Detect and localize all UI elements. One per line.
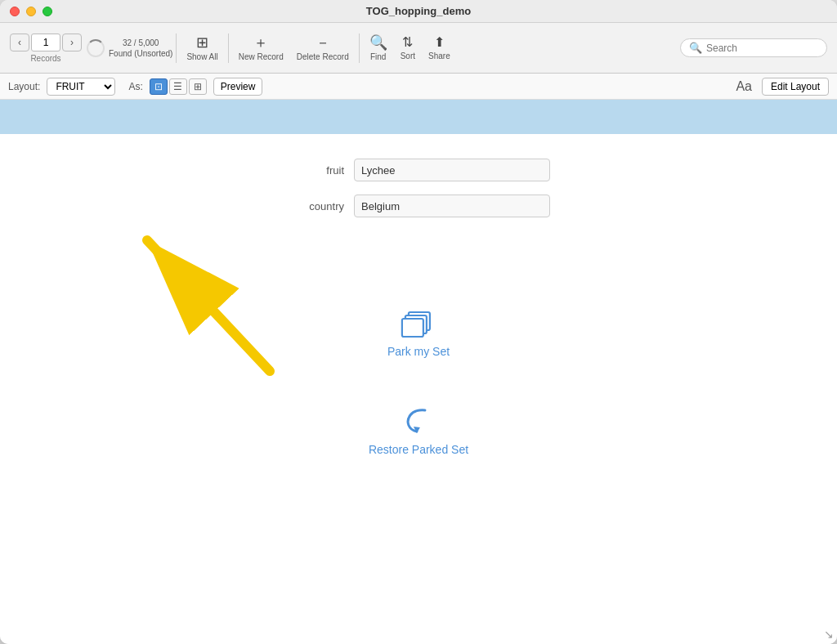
- show-all-label: Show All: [186, 52, 217, 61]
- view-as-label: As:: [128, 81, 142, 92]
- find-button[interactable]: 🔍 Find: [363, 32, 394, 65]
- spinner: [87, 39, 105, 57]
- search-input[interactable]: [706, 42, 818, 54]
- svg-line-5: [147, 240, 270, 371]
- sort-label: Sort: [401, 51, 415, 60]
- minimize-button[interactable]: [26, 7, 36, 16]
- preview-label: Preview: [221, 81, 256, 92]
- close-button[interactable]: [10, 7, 20, 16]
- show-all-icon: ⊞: [196, 35, 208, 50]
- maximize-button[interactable]: [43, 7, 52, 16]
- restore-section: Restore Parked Set: [369, 404, 468, 456]
- toolbar-divider-1: [176, 34, 177, 63]
- share-button[interactable]: ⬆ Share: [422, 33, 457, 64]
- park-my-set-icon: [399, 306, 438, 340]
- restore-parked-set-label[interactable]: Restore Parked Set: [369, 443, 468, 456]
- sort-button[interactable]: ⇅ Sort: [394, 33, 422, 64]
- toolbar-divider-2: [228, 34, 229, 63]
- svg-rect-2: [402, 319, 423, 337]
- form-area: fruit country: [0, 159, 837, 217]
- new-record-label: New Record: [239, 52, 284, 61]
- preview-button[interactable]: Preview: [213, 78, 263, 96]
- country-field-row: country: [287, 195, 550, 217]
- new-record-icon: ＋: [253, 35, 268, 50]
- share-label: Share: [428, 51, 450, 60]
- find-icon: 🔍: [369, 35, 387, 50]
- layout-select[interactable]: FRUIT: [47, 78, 115, 96]
- edit-layout-button[interactable]: Edit Layout: [762, 78, 829, 96]
- table-view-button[interactable]: ⊞: [189, 78, 207, 95]
- find-label: Find: [370, 52, 386, 61]
- delete-record-label: Delete Record: [297, 52, 349, 61]
- share-icon: ⬆: [434, 36, 445, 49]
- app-window: TOG_hopping_demo ‹ 1 › Records 32 / 5,00…: [0, 0, 837, 644]
- delete-record-button[interactable]: － Delete Record: [290, 32, 356, 65]
- list-view-button[interactable]: ☰: [169, 78, 187, 95]
- form-view-button[interactable]: ⊡: [150, 78, 168, 95]
- window-title: TOG_hopping_demo: [366, 5, 471, 17]
- delete-record-icon: －: [316, 35, 330, 50]
- blue-band-header: [0, 100, 837, 134]
- fruit-input[interactable]: [354, 159, 550, 181]
- records-unsorted: Found (Unsorted): [109, 48, 172, 59]
- record-number-input[interactable]: 1: [31, 34, 60, 51]
- search-box[interactable]: 🔍: [680, 38, 827, 57]
- restore-parked-set-icon: [399, 404, 438, 438]
- park-section: Park my Set: [387, 306, 450, 358]
- toolbar-divider-3: [359, 34, 360, 63]
- resize-handle[interactable]: ↘: [824, 628, 834, 641]
- layout-bar: Layout: FRUIT As: ⊡ ☰ ⊞ Preview Aa Edit …: [0, 74, 837, 100]
- fruit-label: fruit: [287, 164, 344, 177]
- park-my-set-label[interactable]: Park my Set: [387, 345, 450, 358]
- font-icon: Aa: [736, 79, 752, 94]
- country-label: country: [287, 200, 344, 212]
- new-record-button[interactable]: ＋ New Record: [232, 32, 290, 65]
- annotation-arrow: [114, 224, 294, 391]
- show-all-button[interactable]: ⊞ Show All: [180, 32, 224, 65]
- records-found: 32 / 5,000: [109, 38, 172, 48]
- sort-icon: ⇅: [402, 36, 413, 49]
- title-bar: TOG_hopping_demo: [0, 0, 837, 23]
- main-content: fruit country Park my Set: [0, 134, 837, 644]
- toolbar: ‹ 1 › Records 32 / 5,000 Found (Unsorted…: [0, 23, 837, 74]
- layout-label: Layout:: [8, 81, 40, 92]
- search-icon: 🔍: [689, 42, 702, 54]
- country-input[interactable]: [354, 195, 550, 217]
- window-controls: [10, 7, 52, 16]
- view-icons: ⊡ ☰ ⊞: [150, 78, 207, 95]
- next-record-button[interactable]: ›: [62, 34, 82, 51]
- prev-record-button[interactable]: ‹: [10, 34, 29, 51]
- records-label: Records: [30, 54, 60, 63]
- fruit-field-row: fruit: [287, 159, 550, 181]
- edit-layout-label: Edit Layout: [771, 81, 820, 92]
